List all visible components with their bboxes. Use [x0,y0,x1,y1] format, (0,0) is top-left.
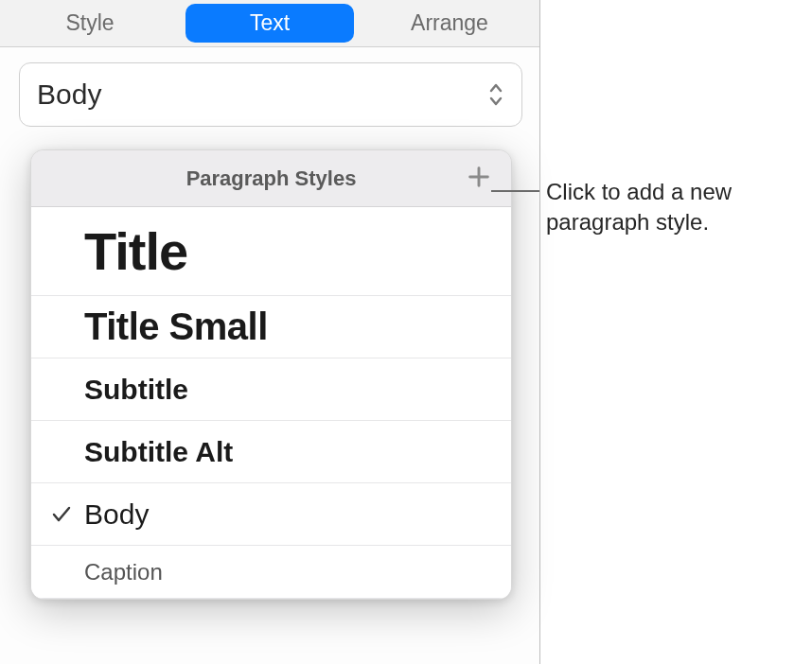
paragraph-style-value: Body [37,79,101,111]
tab-arrange[interactable]: Arrange [360,0,539,46]
style-item-label: Body [84,498,149,531]
style-item-body[interactable]: Body [31,483,511,546]
callout-line-1: Click to add a new [546,177,732,207]
style-item-title[interactable]: Title [31,207,511,296]
style-item-label: Subtitle [84,374,188,406]
style-list: TitleTitle SmallSubtitleSubtitle AltBody… [31,207,511,599]
style-item-label: Title Small [84,306,268,348]
paragraph-styles-popover: Paragraph Styles TitleTitle SmallSubtitl… [30,149,512,600]
tab-arrange-label: Arrange [411,10,488,36]
chevron-up-down-icon [485,81,506,108]
tab-text[interactable]: Text [180,0,360,46]
style-item-label: Title [84,220,187,282]
style-item-label: Caption [84,559,163,585]
add-paragraph-style-button[interactable] [464,164,494,194]
inspector-panel: Style Text Arrange Body Paragraph Styles [0,0,540,664]
callout-leader-line [491,190,539,192]
callout-line-2: paragraph style. [546,207,732,237]
style-item-subtitle[interactable]: Subtitle [31,358,511,421]
inspector-tabs: Style Text Arrange [0,0,539,47]
tab-style[interactable]: Style [0,0,180,46]
tab-style-label: Style [65,10,114,36]
popover-title: Paragraph Styles [186,166,357,191]
style-item-label: Subtitle Alt [84,436,233,468]
style-selector-wrap: Body [0,47,539,142]
callout-text: Click to add a new paragraph style. [546,177,732,238]
popover-header: Paragraph Styles [31,150,511,207]
style-item-title-small[interactable]: Title Small [31,296,511,358]
tab-text-label: Text [250,10,290,36]
style-item-subtitle-alt[interactable]: Subtitle Alt [31,421,511,483]
checkmark-icon [50,503,73,526]
plus-icon [466,164,492,194]
style-item-caption[interactable]: Caption [31,546,511,599]
paragraph-style-selector[interactable]: Body [19,62,522,127]
